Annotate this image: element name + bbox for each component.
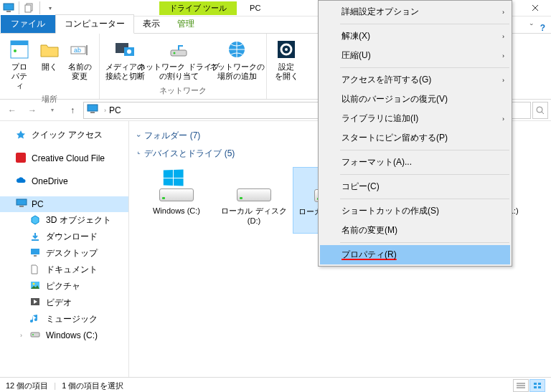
picture-icon [30, 281, 42, 292]
menu-create-shortcut[interactable]: ショートカットの作成(S) [320, 201, 510, 221]
svg-rect-28 [34, 255, 37, 257]
ribbon-settings-button[interactable]: 設定 を開く [271, 37, 301, 86]
chevron-right-icon: › [502, 115, 504, 123]
svg-line-22 [542, 112, 544, 114]
tab-file[interactable]: ファイル [1, 15, 55, 33]
recent-dropdown[interactable]: ▾ [43, 102, 62, 119]
dropdown-icon[interactable]: ▾ [44, 1, 57, 14]
svg-rect-32 [31, 333, 39, 337]
pc-icon [2, 1, 15, 14]
svg-rect-40 [538, 386, 541, 388]
chevron-right-icon: › [502, 77, 504, 84]
context-menu: 詳細設定オプション› 解凍(X)› 圧縮(U)› アクセスを許可する(G)› 以… [318, 0, 512, 267]
ribbon-group-network: ネットワーク [159, 84, 207, 96]
nav-pc[interactable]: PC [0, 196, 128, 212]
ribbon-collapse-icon[interactable]: ˇ [530, 23, 533, 33]
nav-windows-c[interactable]: ›Windows (C:) [0, 328, 128, 343]
ribbon-map-network-button[interactable]: ネットワーク ドライブ の割り当て [146, 37, 212, 84]
nav-quick-access[interactable]: クイック アクセス [0, 127, 128, 143]
window-title: PC [250, 4, 260, 12]
menu-pin-start[interactable]: スタートにピン留めする(P) [320, 128, 510, 148]
video-icon [30, 297, 42, 309]
globe-icon [225, 38, 248, 61]
details-view-button[interactable] [513, 379, 529, 392]
search-icon [536, 106, 545, 115]
forward-button[interactable]: → [23, 102, 42, 119]
nav-documents[interactable]: ドキュメント [0, 262, 128, 278]
svg-rect-37 [534, 383, 537, 385]
menu-format[interactable]: フォーマット(A)... [320, 153, 510, 172]
download-icon [30, 231, 42, 243]
tab-computer[interactable]: コンピューター [55, 14, 134, 34]
svg-rect-13 [171, 50, 187, 56]
svg-rect-38 [538, 383, 541, 385]
copy-icon[interactable] [23, 1, 36, 14]
status-item-count: 12 個の項目 [6, 381, 48, 391]
ribbon-open-button[interactable]: 開く [34, 37, 65, 92]
menu-compress[interactable]: 圧縮(U)› [320, 46, 510, 65]
back-button[interactable]: ← [3, 102, 22, 119]
chevron-right-icon[interactable]: › [20, 332, 22, 339]
nav-desktop[interactable]: デスクトップ [0, 245, 128, 262]
svg-point-18 [285, 48, 288, 51]
nav-onedrive[interactable]: OneDrive [0, 173, 128, 189]
nav-creative-cloud[interactable]: Creative Cloud File [0, 150, 128, 166]
menu-extract[interactable]: 解凍(X)› [320, 27, 510, 46]
close-button[interactable] [519, 0, 551, 16]
svg-rect-23 [16, 153, 26, 163]
status-selection: 1 個の項目を選択 [62, 381, 123, 391]
help-icon[interactable]: ? [540, 23, 545, 33]
tab-manage[interactable]: 管理 [169, 15, 203, 33]
ribbon-properties-button[interactable]: プロパティ [4, 37, 34, 92]
nav-3d-objects[interactable]: 3D オブジェクト [0, 212, 128, 229]
up-button[interactable]: ↑ [63, 102, 82, 119]
cc-icon [16, 153, 27, 164]
network-drive-icon [167, 38, 190, 61]
svg-rect-19 [88, 105, 98, 111]
media-icon [113, 38, 136, 61]
cube-icon [30, 215, 42, 226]
pc-icon [87, 104, 100, 117]
chevron-down-icon: › [136, 150, 143, 157]
svg-rect-27 [31, 249, 39, 254]
svg-point-30 [33, 282, 35, 285]
menu-grant-access[interactable]: アクセスを許可する(G)› [320, 70, 510, 90]
svg-rect-20 [90, 112, 95, 113]
menu-rename[interactable]: 名前の変更(M) [320, 221, 510, 240]
menu-restore-version[interactable]: 以前のバージョンの復元(V) [320, 90, 510, 109]
menu-copy[interactable]: コピー(C) [320, 177, 510, 196]
document-icon [30, 264, 42, 276]
chevron-right-icon[interactable]: › [104, 107, 106, 114]
drive-item-d[interactable]: ローカル ディスク (D:) [215, 167, 293, 234]
search-input[interactable] [532, 102, 548, 119]
menu-properties[interactable]: プロパティ(R) [320, 245, 510, 264]
desktop-icon [30, 248, 42, 259]
status-bar: 12 個の項目 | 1 個の項目を選択 [0, 377, 551, 392]
ribbon-rename-button[interactable]: ab 名前の 変更 [65, 37, 95, 92]
menu-advanced-options[interactable]: 詳細設定オプション› [320, 2, 510, 21]
nav-music[interactable]: ミュージック [0, 311, 128, 328]
nav-pictures[interactable]: ピクチャ [0, 278, 128, 295]
svg-rect-25 [19, 206, 24, 207]
svg-point-21 [537, 107, 542, 113]
menu-add-library[interactable]: ライブラリに追加(I)› [320, 109, 510, 128]
svg-rect-3 [25, 5, 31, 12]
svg-point-12 [127, 49, 131, 54]
navigation-pane: クイック アクセス Creative Cloud File OneDrive P… [0, 121, 129, 377]
gear-icon [275, 38, 298, 61]
music-icon [30, 314, 42, 325]
tab-view[interactable]: 表示 [134, 15, 169, 33]
icons-view-button[interactable] [529, 379, 545, 392]
drive-item-c[interactable]: Windows (C:) [138, 167, 215, 234]
breadcrumb-segment[interactable]: PC [109, 105, 121, 115]
nav-videos[interactable]: ビデオ [0, 295, 128, 311]
svg-rect-5 [11, 41, 28, 45]
nav-downloads[interactable]: ダウンロード [0, 229, 128, 245]
chevron-right-icon: › [502, 9, 504, 16]
properties-icon [8, 38, 31, 61]
svg-point-33 [32, 334, 34, 335]
chevron-right-icon: › [502, 52, 504, 59]
folder-open-icon [38, 38, 61, 61]
ribbon-add-network-button[interactable]: ネットワークの 場所の追加 [212, 37, 262, 84]
svg-point-6 [14, 49, 17, 52]
